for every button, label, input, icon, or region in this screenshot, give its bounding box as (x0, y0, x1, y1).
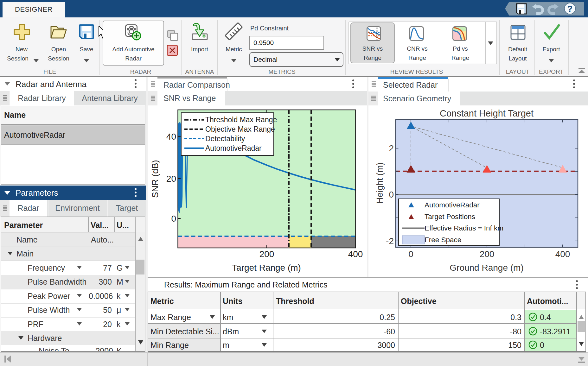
svg-text:200: 200 (259, 249, 274, 259)
svg-text:2: 2 (389, 143, 394, 153)
svg-text:AutomotiveRadar: AutomotiveRadar (205, 144, 262, 152)
svg-text:SNR (dB): SNR (dB) (150, 160, 160, 198)
svg-text:Constant Height Target: Constant Height Target (440, 108, 534, 118)
svg-text:0: 0 (408, 249, 413, 259)
svg-text:20: 20 (166, 174, 176, 184)
svg-text:AutomotiveRadar: AutomotiveRadar (425, 201, 480, 209)
svg-text:Ground Range (m): Ground Range (m) (450, 263, 523, 273)
svg-text:40: 40 (166, 132, 176, 142)
svg-text:Objective Max Range: Objective Max Range (205, 125, 275, 133)
svg-text:Target Range (m): Target Range (m) (232, 263, 301, 273)
svg-text:?: ? (567, 4, 573, 14)
svg-text:Detectability: Detectability (205, 135, 245, 143)
svg-text:Target Positions: Target Positions (425, 213, 475, 221)
svg-text:200: 200 (480, 249, 495, 259)
svg-text:400: 400 (348, 249, 363, 259)
svg-text:0: 0 (171, 214, 176, 224)
svg-text:Effective Radius = Inf km: Effective Radius = Inf km (425, 224, 503, 232)
svg-text:-2: -2 (386, 236, 394, 246)
svg-text:Free Space: Free Space (425, 236, 461, 244)
svg-text:Height (m): Height (m) (375, 162, 385, 204)
svg-text:400: 400 (555, 249, 570, 259)
svg-text:Threshold Max Range: Threshold Max Range (205, 116, 277, 124)
svg-text:0: 0 (389, 190, 394, 199)
